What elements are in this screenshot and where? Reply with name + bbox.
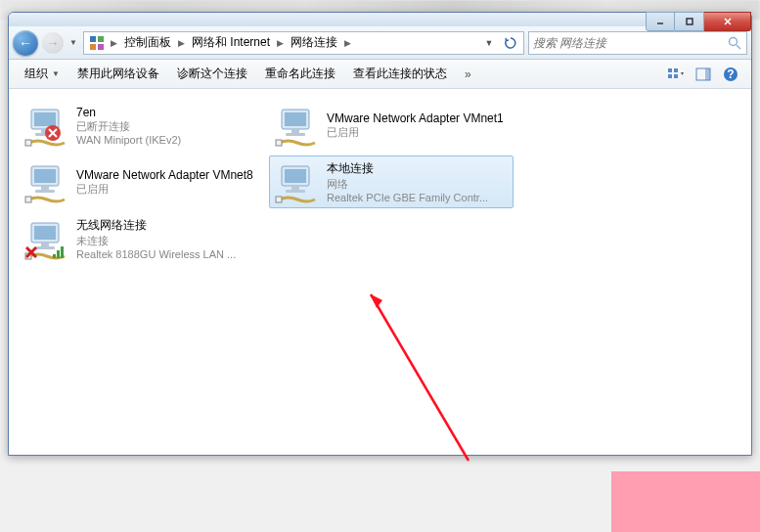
organize-button[interactable]: 组织 ▼ — [17, 62, 67, 86]
connection-name: 7en — [76, 106, 181, 119]
navbar: ← → ▼ ▶ 控制面板 ▶ 网络和 Internet ▶ 网络连接 ▶ ▼ — [9, 26, 751, 60]
svg-rect-5 — [98, 44, 104, 50]
svg-rect-22 — [25, 140, 31, 146]
svg-rect-40 — [276, 197, 282, 202]
connections-list: 7en 已断开连接 WAN Miniport (IKEv2) VMware Ne… — [9, 89, 751, 455]
search-input[interactable] — [533, 36, 727, 50]
network-adapter-icon — [23, 160, 70, 207]
svg-rect-49 — [57, 250, 60, 258]
svg-rect-3 — [98, 36, 104, 42]
breadcrumb-network-internet[interactable]: 网络和 Internet — [188, 32, 274, 54]
close-button[interactable] — [704, 12, 751, 31]
connection-item[interactable]: VMware Network Adapter VMnet1 已启用 — [269, 99, 514, 152]
svg-rect-4 — [90, 44, 96, 50]
connection-item[interactable]: 7en 已断开连接 WAN Miniport (IKEv2) — [19, 99, 263, 152]
diagnose-button[interactable]: 诊断这个连接 — [169, 62, 255, 86]
svg-rect-35 — [25, 197, 31, 202]
svg-rect-2 — [90, 36, 96, 42]
annotation-arrow — [361, 285, 478, 470]
svg-rect-43 — [41, 243, 49, 246]
connection-status: 已启用 — [327, 125, 504, 140]
back-button[interactable]: ← — [13, 30, 38, 56]
address-bar[interactable]: ▶ 控制面板 ▶ 网络和 Internet ▶ 网络连接 ▶ ▼ — [83, 31, 524, 55]
svg-rect-10 — [668, 74, 672, 78]
svg-rect-48 — [53, 254, 56, 258]
connection-status: 已启用 — [76, 182, 253, 197]
titlebar[interactable] — [9, 13, 751, 26]
connection-device: WAN Miniport (IKEv2) — [76, 134, 181, 146]
search-box[interactable] — [528, 31, 747, 55]
svg-rect-30 — [276, 140, 282, 146]
svg-rect-9 — [674, 68, 678, 72]
svg-rect-44 — [35, 246, 55, 249]
help-button[interactable]: ? — [718, 63, 743, 86]
network-adapter-icon — [23, 217, 70, 264]
crumb-separator[interactable]: ▶ — [341, 38, 354, 48]
svg-rect-13 — [705, 68, 710, 80]
crumb-separator[interactable]: ▶ — [175, 38, 188, 48]
pink-overlay — [611, 471, 760, 532]
svg-rect-28 — [291, 129, 299, 133]
network-adapter-icon — [274, 104, 321, 151]
connection-name: VMware Network Adapter VMnet8 — [76, 168, 253, 182]
rename-button[interactable]: 重命名此连接 — [257, 62, 343, 86]
connection-status: 未连接 — [76, 234, 236, 248]
network-adapter-icon — [23, 104, 70, 151]
svg-rect-33 — [41, 186, 49, 190]
svg-rect-1 — [687, 19, 693, 24]
refresh-button[interactable] — [500, 32, 521, 54]
connection-item[interactable]: 本地连接 网络 Realtek PCIe GBE Family Contr... — [269, 155, 514, 208]
svg-line-16 — [371, 294, 469, 461]
toolbar: 组织 ▼ 禁用此网络设备 诊断这个连接 重命名此连接 查看此连接的状态 » ? — [9, 60, 751, 89]
view-status-button[interactable]: 查看此连接的状态 — [345, 62, 455, 86]
maximize-button[interactable] — [675, 12, 704, 31]
svg-rect-39 — [286, 190, 305, 193]
connection-status: 已断开连接 — [76, 119, 181, 134]
breadcrumb-network-connections[interactable]: 网络连接 — [287, 32, 341, 54]
svg-rect-11 — [674, 74, 678, 78]
address-dropdown[interactable]: ▼ — [478, 32, 500, 54]
view-options-button[interactable] — [663, 63, 689, 86]
svg-rect-34 — [35, 190, 55, 193]
svg-rect-42 — [34, 226, 56, 240]
connection-name: VMware Network Adapter VMnet1 — [327, 111, 504, 125]
svg-rect-8 — [668, 68, 672, 72]
svg-rect-29 — [286, 133, 305, 136]
connection-item[interactable]: 无线网络连接 未连接 Realtek 8188GU Wireless LAN .… — [19, 212, 263, 265]
svg-rect-32 — [34, 169, 56, 183]
explorer-window: ← → ▼ ▶ 控制面板 ▶ 网络和 Internet ▶ 网络连接 ▶ ▼ — [8, 12, 752, 456]
connection-name: 本地连接 — [327, 160, 488, 177]
connection-name: 无线网络连接 — [76, 217, 236, 234]
forward-button: → — [42, 32, 64, 54]
svg-rect-50 — [61, 246, 64, 258]
history-dropdown[interactable]: ▼ — [67, 32, 79, 54]
svg-line-7 — [737, 45, 740, 49]
crumb-separator[interactable]: ▶ — [274, 38, 287, 48]
minimize-button[interactable] — [646, 12, 675, 31]
connection-item[interactable]: VMware Network Adapter VMnet8 已启用 — [19, 155, 263, 208]
svg-rect-38 — [291, 186, 299, 190]
control-panel-icon — [88, 34, 106, 52]
crumb-separator[interactable]: ▶ — [108, 38, 120, 48]
connection-device: Realtek PCIe GBE Family Contr... — [327, 192, 488, 203]
breadcrumb-control-panel[interactable]: 控制面板 — [120, 32, 175, 54]
svg-text:?: ? — [727, 67, 734, 81]
svg-rect-27 — [285, 112, 306, 126]
search-icon[interactable] — [727, 35, 742, 51]
svg-marker-17 — [371, 294, 382, 308]
connection-status: 网络 — [327, 177, 488, 192]
svg-rect-19 — [34, 112, 56, 126]
network-adapter-icon — [274, 160, 321, 207]
connection-device: Realtek 8188GU Wireless LAN ... — [76, 248, 236, 260]
svg-point-6 — [730, 37, 738, 45]
more-button[interactable]: » — [457, 64, 479, 85]
preview-pane-button[interactable] — [691, 63, 716, 86]
disable-device-button[interactable]: 禁用此网络设备 — [69, 62, 167, 86]
svg-rect-37 — [285, 169, 306, 183]
